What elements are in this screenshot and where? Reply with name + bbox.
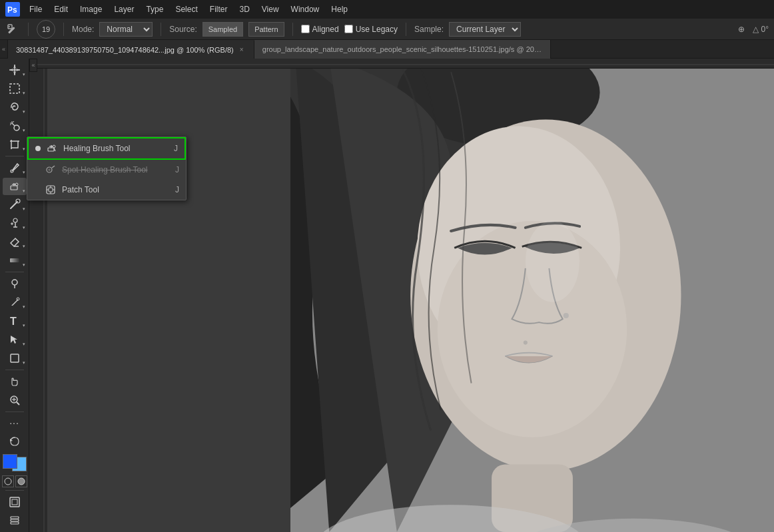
corner-arrow-eye: ▾ <box>23 170 25 175</box>
svg-point-64 <box>564 313 569 318</box>
healing-brush-button[interactable]: ▾ <box>3 178 27 195</box>
corner-arrow: ▾ <box>23 72 25 77</box>
patch-label: Patch Tool <box>62 185 99 194</box>
color-picker[interactable] <box>3 454 27 471</box>
options-separator-5 <box>406 23 406 36</box>
svg-rect-55 <box>11 522 19 524</box>
brush-tool-button[interactable]: ▾ <box>3 196 27 214</box>
svg-rect-22 <box>11 141 18 148</box>
clone-stamp-button[interactable]: ▾ <box>3 214 27 232</box>
tab-1-close-icon[interactable]: × <box>238 46 246 54</box>
tab-2-label: group_landscape_nature_outdoors_people_s… <box>262 45 542 53</box>
magic-wand-button[interactable]: ▾ <box>3 117 27 134</box>
svg-point-4 <box>9 26 10 27</box>
svg-rect-53 <box>10 497 19 507</box>
toolbar-collapse-button[interactable]: « <box>29 59 37 72</box>
eraser-button[interactable]: ▾ <box>3 233 27 250</box>
corner-arrow-crop: ▾ <box>23 146 25 152</box>
healing-brush-shortcut: J <box>174 144 178 153</box>
menu-filter[interactable]: Filter <box>204 3 233 15</box>
panel-toggle-icon[interactable]: « <box>0 40 8 59</box>
menu-window[interactable]: Window <box>286 3 325 15</box>
move-tool-button[interactable]: ▾ <box>3 61 27 79</box>
menu-image[interactable]: Image <box>75 3 107 15</box>
tab-1-label: 30831487_440389139750750_1094748642...jp… <box>16 46 234 54</box>
tab-1[interactable]: 30831487_440389139750750_1094748642...jp… <box>8 40 254 59</box>
toolbar-separator-2 <box>5 272 24 272</box>
canvas-area <box>37 59 774 532</box>
lasso-tool-button[interactable]: ▾ <box>3 99 27 116</box>
mode-dropdown[interactable]: Normal Multiply <box>99 22 153 37</box>
menu-type[interactable]: Type <box>141 3 169 15</box>
standard-mode-button[interactable] <box>2 475 14 487</box>
canvas-background-left <box>37 59 290 532</box>
menu-edit[interactable]: Edit <box>49 3 73 15</box>
spot-healing-shortcut: J <box>175 165 179 174</box>
ps-logo: Ps <box>5 2 20 17</box>
svg-point-32 <box>16 199 20 203</box>
spot-healing-icon <box>45 164 57 176</box>
canvas-photo[interactable] <box>290 59 774 532</box>
corner-arrow-marquee: ▾ <box>23 91 25 96</box>
brush-size-display: 19 <box>37 20 55 39</box>
svg-rect-54 <box>12 499 17 505</box>
mode-label: Mode: <box>72 25 94 34</box>
zoom-tool-button[interactable] <box>3 392 27 409</box>
layers-button[interactable] <box>3 512 27 529</box>
source-sampled-button[interactable]: Sampled <box>202 22 243 37</box>
source-pattern-button[interactable]: Pattern <box>248 22 284 37</box>
hand-tool-button[interactable] <box>3 373 27 390</box>
quick-mask-area <box>2 475 27 487</box>
aligned-checkbox[interactable] <box>301 25 310 33</box>
tab-bar: « 30831487_440389139750750_1094748642...… <box>0 40 774 59</box>
diffuse-icon[interactable]: ⊕ <box>734 22 749 37</box>
menu-file[interactable]: File <box>24 3 47 15</box>
quick-mask-button[interactable] <box>15 475 27 487</box>
flyout-item-spot-healing[interactable]: Spot Healing Brush Tool J <box>27 160 186 180</box>
ellipsis-icon: ··· <box>9 417 19 428</box>
screen-mode-button[interactable] <box>3 493 27 511</box>
svg-rect-5 <box>37 58 774 68</box>
sample-dropdown[interactable]: Current Layer All Layers <box>449 22 521 37</box>
menu-select[interactable]: Select <box>170 3 202 15</box>
corner-arrow-lasso: ▾ <box>23 109 25 115</box>
flyout-item-patch[interactable]: Patch Tool J <box>27 180 186 200</box>
gradient-button[interactable]: ▾ <box>3 252 27 269</box>
tab-2[interactable]: group_landscape_nature_outdoors_people_s… <box>254 40 551 59</box>
dodge-button[interactable] <box>3 275 27 292</box>
svg-point-65 <box>524 341 528 345</box>
svg-line-76 <box>52 166 55 168</box>
use-legacy-checkbox[interactable] <box>344 25 353 33</box>
shape-tool-button[interactable]: ▾ <box>3 350 27 367</box>
aligned-check-label[interactable]: Aligned <box>301 25 339 34</box>
eyedropper-button[interactable]: ▾ <box>3 159 27 176</box>
options-separator-2 <box>63 23 64 36</box>
menu-3d[interactable]: 3D <box>234 3 254 15</box>
svg-line-21 <box>10 124 11 125</box>
svg-point-40 <box>12 280 17 285</box>
menu-help[interactable]: Help <box>326 3 353 15</box>
flyout-item-healing-brush[interactable]: Healing Brush Tool J <box>27 137 186 160</box>
type-tool-button[interactable]: T ▾ <box>3 312 27 330</box>
svg-rect-28 <box>11 186 17 190</box>
pen-tool-button[interactable]: ▾ <box>3 294 27 311</box>
foreground-color-swatch[interactable] <box>3 454 17 469</box>
marquee-tool-button[interactable]: ▾ <box>3 80 27 97</box>
svg-rect-56 <box>11 519 19 521</box>
svg-rect-80 <box>49 188 53 192</box>
more-tools-button[interactable]: ··· <box>3 414 27 431</box>
corner-arrow-gradient: ▾ <box>23 262 25 268</box>
svg-point-69 <box>526 221 580 302</box>
crop-tool-button[interactable]: ▾ <box>3 136 27 153</box>
path-select-button[interactable]: ▾ <box>3 331 27 348</box>
menu-layer[interactable]: Layer <box>109 3 139 15</box>
svg-line-20 <box>13 121 14 123</box>
corner-arrow-clone: ▾ <box>23 225 25 230</box>
toolbar-separator-4 <box>5 411 24 412</box>
use-legacy-check-label[interactable]: Use Legacy <box>344 25 398 34</box>
spot-healing-label: Spot Healing Brush Tool <box>62 165 148 174</box>
history-button[interactable] <box>3 433 27 450</box>
menu-view[interactable]: View <box>256 3 284 15</box>
options-separator-1 <box>28 23 29 36</box>
svg-point-33 <box>13 218 17 222</box>
